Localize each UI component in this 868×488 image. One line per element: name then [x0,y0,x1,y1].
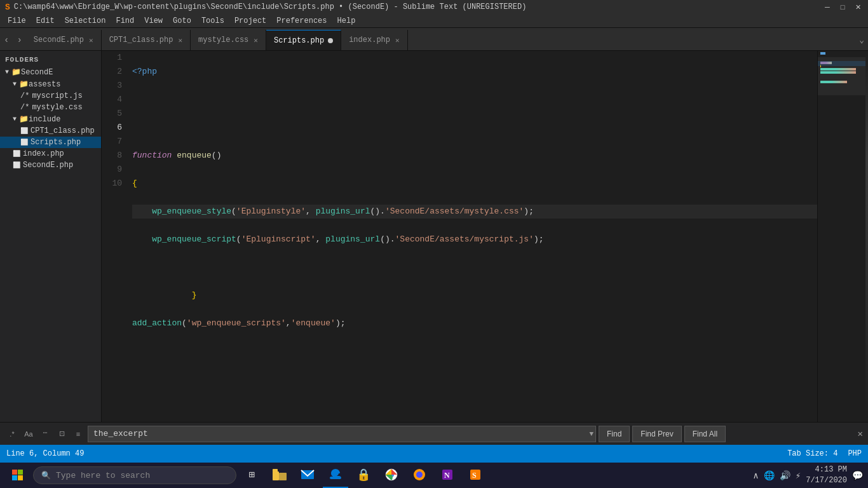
editor-region: ‹ › SecondE.php ✕ CPT1_class.php ✕ mysty… [0,28,868,463]
taskbar-clock[interactable]: 4:13 PM 7/17/2020 [806,464,847,486]
menu-edit[interactable]: Edit [31,14,60,27]
tab-nav-next[interactable]: › [13,30,25,50]
tab-close-seconde[interactable]: ✕ [89,36,93,44]
sidebar-item-seconde[interactable]: ▼ 📁 SecondE [0,66,101,78]
menu-selection[interactable]: Selection [60,14,111,27]
tab-label: Scripts.php [274,36,324,45]
taskbar-firefox[interactable] [407,463,432,488]
find-close-button[interactable]: ✕ [858,428,863,439]
line-num-4: 4 [107,93,122,107]
line-num-1: 1 [107,51,122,65]
taskbar-right: ∧ 🌐 🔊 ⚡ 4:13 PM 7/17/2020 💬 [753,464,863,486]
tab-scripts-php[interactable]: Scripts.php [266,30,341,50]
code-line-3 [132,121,817,135]
tab-label: index.php [349,36,390,44]
taskbar-mail[interactable] [295,463,320,488]
taskbar-chevron-up[interactable]: ∧ [753,470,758,481]
status-line-col[interactable]: Line 6, Column 49 [6,449,84,458]
menu-bar: File Edit Selection Find View Goto Tools… [0,14,868,28]
minimap-color-bar [865,51,868,422]
taskbar-lock[interactable]: 🔒 [351,463,376,488]
file-label: mystyle.css [32,103,82,112]
taskbar-onenote[interactable]: N [435,463,460,488]
menu-project[interactable]: Project [229,14,271,27]
menu-view[interactable]: View [139,14,168,27]
title-bar-controls: ─ □ ✕ [822,2,863,12]
file-label: SecondE.php [23,161,73,170]
taskbar-battery-icon: ⚡ [796,470,801,481]
code-content[interactable]: <?php function enqueue() { wp_enqueue_st… [127,51,817,422]
regex-btn[interactable]: .* [5,427,19,441]
find-all-button[interactable]: Find All [684,426,726,442]
sidebar-item-include[interactable]: ▼ 📁 include [0,113,101,125]
start-button[interactable] [5,463,31,488]
search-icon: 🔍 [41,471,51,480]
tab-overflow-btn[interactable]: ⌄ [855,30,868,50]
find-dropdown-arrow[interactable]: ▼ [589,430,593,438]
tab-label: SecondE.php [34,36,84,44]
file-icon: ⬜ [20,127,28,135]
svg-rect-6 [279,473,287,480]
tab-close-mystyle[interactable]: ✕ [254,36,258,44]
taskbar-task-view[interactable]: ⊞ [239,463,264,488]
find-prev-button[interactable]: Find Prev [632,426,681,442]
file-icon: ⬜ [13,161,20,169]
editor-main[interactable]: 1 2 3 4 5 6 7 8 9 10 <?php function enqu… [102,51,868,422]
tab-index-php[interactable]: index.php ✕ [341,30,407,50]
status-tab-size[interactable]: Tab Size: 4 [787,449,837,458]
taskbar-notification-icon[interactable]: 💬 [852,470,863,481]
chevron-down-icon: ▼ [5,69,9,76]
status-language[interactable]: PHP [848,449,862,458]
chevron-down-icon: ▼ [13,81,17,88]
folder-label: include [29,115,60,124]
menu-tools[interactable]: Tools [196,14,229,27]
tab-cpt1-class-php[interactable]: CPT1_class.php ✕ [102,30,191,50]
menu-goto[interactable]: Goto [168,14,196,27]
menu-help[interactable]: Help [332,14,361,27]
sidebar-item-seconde-php[interactable]: ⬜ SecondE.php [0,159,101,171]
sidebar-item-scripts-php[interactable]: ⬜ Scripts.php [0,137,101,148]
menu-find[interactable]: Find [111,14,139,27]
taskbar-edge[interactable] [323,463,348,488]
line-num-3: 3 [107,79,122,93]
menu-preferences[interactable]: Preferences [271,14,332,27]
sidebar-item-index-php[interactable]: ⬜ index.php [0,148,101,159]
tab-close-cpt1[interactable]: ✕ [178,36,182,44]
window-title: C:\wamp64\www\Ebridge_W\wp-content\plugi… [14,3,527,11]
taskbar-chrome[interactable] [379,463,404,488]
close-button[interactable]: ✕ [853,2,863,12]
sidebar-item-cpt1[interactable]: ⬜ CPT1_class.php [0,125,101,137]
find-button[interactable]: Find [599,426,630,442]
folder-icon: 📁 [11,67,21,77]
svg-text:N: N [444,471,450,480]
folder-icon: 📁 [19,79,29,89]
taskbar-file-explorer[interactable] [267,463,292,488]
tab-close-index[interactable]: ✕ [395,36,400,44]
menu-file[interactable]: File [3,14,31,27]
find-input-wrapper: ▼ [88,426,596,442]
sidebar-item-myscript[interactable]: /* myscript.js [0,90,101,102]
svg-point-11 [416,471,423,478]
wrap-btn[interactable]: ⊡ [55,427,69,441]
maximize-button[interactable]: □ [837,2,848,12]
find-input[interactable] [88,426,596,442]
sidebar-header: FOLDERS [0,53,101,66]
sidebar-item-assests[interactable]: ▼ 📁 assests [0,78,101,90]
taskbar-search-bar[interactable]: 🔍 Type here to search [33,466,236,484]
sidebar-item-mystyle[interactable]: /* mystyle.css [0,102,101,113]
time-display: 4:13 PM [806,464,847,475]
word-btn[interactable]: "" [38,427,52,441]
file-label: index.php [23,149,64,158]
taskbar-sublime[interactable]: S [463,463,488,488]
file-label: Scripts.php [31,138,81,147]
tab-nav-prev[interactable]: ‹ [0,30,13,50]
in-selection-btn[interactable]: ≡ [71,427,85,441]
tab-mystyle-css[interactable]: mystyle.css ✕ [191,30,266,50]
case-btn[interactable]: Aa [22,427,36,441]
svg-rect-0 [12,470,17,475]
minimize-button[interactable]: ─ [822,2,832,12]
code-line-2 [132,93,817,107]
tab-seconde-php[interactable]: SecondE.php ✕ [26,30,102,50]
taskbar: 🔍 Type here to search ⊞ 🔒 [0,463,868,488]
folder-label: SecondE [21,68,53,77]
